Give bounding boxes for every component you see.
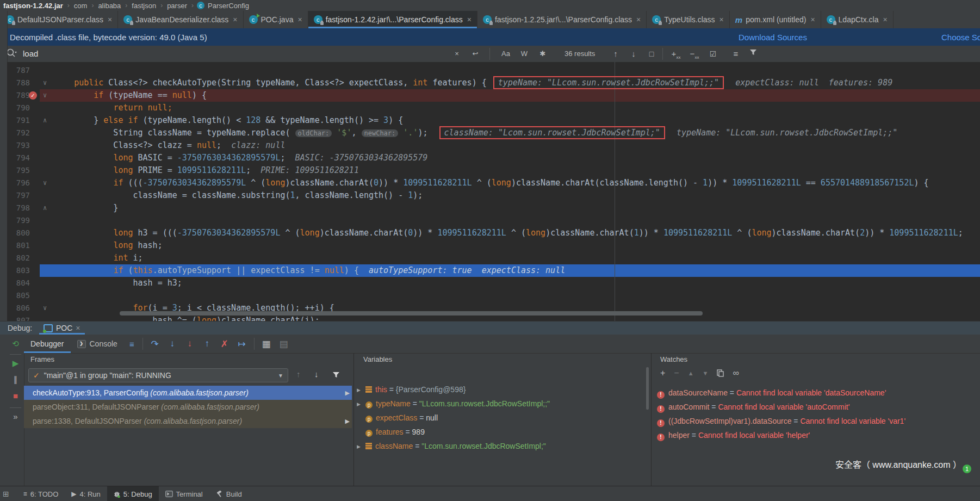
horizontal-scrollbar[interactable] bbox=[120, 311, 703, 316]
stack-frame-row[interactable]: parseObject:311, DefaultJSONParser (com.… bbox=[24, 400, 352, 414]
remove-watch-icon[interactable]: − bbox=[674, 368, 679, 378]
fold-marker-icon[interactable]: ∧ bbox=[43, 114, 47, 127]
close-icon[interactable]: × bbox=[233, 15, 237, 24]
watch-row[interactable]: !helper = Cannot find local variable 'he… bbox=[657, 428, 980, 442]
code-line[interactable]: 798∧ } bbox=[7, 202, 980, 214]
close-icon[interactable]: × bbox=[720, 15, 724, 24]
panel-splitter[interactable] bbox=[353, 353, 354, 486]
variable-row[interactable]: ▶this = {ParserConfig@598} bbox=[357, 382, 645, 397]
code-line[interactable]: 797 className = className.substring(1, c… bbox=[7, 189, 980, 202]
editor-tab[interactable]: mpom.xml (untitled)× bbox=[730, 11, 821, 28]
move-watch-down-icon[interactable]: ▼ bbox=[703, 370, 709, 376]
close-icon[interactable]: × bbox=[76, 324, 80, 332]
evaluate-expression-icon[interactable]: ▦ bbox=[258, 338, 275, 350]
editor-tab[interactable]: cfastjson-1.2.42.jar!\...\ParserConfig.c… bbox=[308, 11, 477, 28]
drop-frame-icon[interactable]: ✗ bbox=[216, 338, 233, 350]
code-line[interactable]: 790 return null; bbox=[7, 102, 980, 114]
add-watch-icon[interactable]: + bbox=[660, 368, 665, 378]
close-icon[interactable]: × bbox=[810, 15, 815, 24]
code-line[interactable]: 801 long hash; bbox=[7, 239, 980, 252]
stack-frame-row[interactable]: checkAutoType:913, ParserConfig (com.ali… bbox=[24, 386, 352, 400]
variable-row[interactable]: pexpectClass = null bbox=[357, 411, 645, 425]
close-icon[interactable]: × bbox=[467, 15, 472, 24]
open-in-find-window-icon[interactable]: □ bbox=[646, 46, 657, 62]
variables-scrollbar[interactable] bbox=[646, 367, 649, 410]
sort-icon[interactable]: ≡ bbox=[730, 46, 742, 62]
download-sources-link[interactable]: Download Sources bbox=[739, 33, 807, 42]
close-icon[interactable]: × bbox=[108, 15, 112, 24]
fold-marker-icon[interactable]: ∨ bbox=[43, 77, 47, 89]
newline-icon[interactable]: ↩ bbox=[470, 46, 481, 62]
duplicate-watch-icon[interactable] bbox=[717, 369, 724, 377]
choose-sources-link[interactable]: Choose Sources bbox=[941, 33, 980, 42]
stack-frame-row[interactable]: parse:1338, DefaultJSONParser (com.aliba… bbox=[24, 414, 352, 428]
breadcrumb-item[interactable]: fastjson-1.2.42.jar bbox=[3, 2, 63, 10]
match-case-icon[interactable]: Aa bbox=[499, 46, 512, 62]
code-line[interactable]: 805 bbox=[7, 289, 980, 302]
close-icon[interactable]: × bbox=[297, 15, 302, 24]
watch-row[interactable]: !dataSourceName = Cannot find local vari… bbox=[657, 386, 980, 400]
code-line[interactable]: 793 Class<?> clazz = null; clazz: null bbox=[7, 139, 980, 152]
code-line[interactable]: 802 int i; bbox=[7, 252, 980, 264]
editor-tab[interactable]: cDefaultJSONParser.class× bbox=[0, 11, 118, 28]
stop-icon[interactable]: ■ bbox=[7, 391, 24, 400]
code-line[interactable]: 799 bbox=[7, 214, 980, 227]
fold-marker-icon[interactable]: ∧ bbox=[43, 202, 47, 214]
breadcrumb-item[interactable]: fastjson bbox=[132, 2, 156, 10]
code-line[interactable]: 803 if (this.autoTypeSupport || expectCl… bbox=[7, 264, 980, 277]
rerun-icon[interactable]: ⟲ bbox=[7, 339, 24, 349]
code-line[interactable]: 796∨ if (((-3750763034362895579L ^ (long… bbox=[7, 177, 980, 189]
variable-row[interactable]: ▶ptypeName = "LLcom.sun.rowset.JdbcRowSe… bbox=[357, 397, 645, 411]
breadcrumb-item[interactable]: com bbox=[74, 2, 88, 10]
expand-icon[interactable]: ▶ bbox=[357, 397, 365, 411]
code-line[interactable]: 794 long BASIC = -3750763034362895579L; … bbox=[7, 152, 980, 164]
remove-occurrence-icon[interactable]: −xx bbox=[689, 46, 700, 62]
code-line[interactable]: 789✓∨ if (typeName == null) { bbox=[7, 89, 980, 102]
expand-icon[interactable]: ▶ bbox=[357, 440, 365, 453]
code-line[interactable]: 800 long h3 = (((-3750763034362895579L ^… bbox=[7, 227, 980, 239]
step-over-icon[interactable]: ↷ bbox=[146, 338, 164, 350]
close-icon[interactable]: × bbox=[636, 15, 641, 24]
move-watch-up-icon[interactable]: ▲ bbox=[688, 370, 694, 376]
step-into-icon[interactable]: ↓ bbox=[164, 338, 181, 349]
code-line[interactable]: 795 long PRIME = 1099511628211L; PRIME: … bbox=[7, 164, 980, 177]
tool-windows-grid-icon[interactable]: ⊞ bbox=[3, 490, 9, 498]
tab-console[interactable]: ❯ Console bbox=[71, 335, 124, 353]
breadcrumb-item[interactable]: ParserConfig bbox=[208, 2, 249, 10]
status-bar-item-terminal[interactable]: Terminal bbox=[159, 486, 209, 501]
run-to-cursor-icon[interactable]: ↦ bbox=[233, 338, 251, 350]
watch-row[interactable]: !autoCommit = Cannot find local variable… bbox=[657, 400, 980, 414]
words-icon[interactable]: W bbox=[518, 46, 531, 62]
expand-icon[interactable]: ▶ bbox=[357, 383, 365, 397]
code-line[interactable]: 788∨ public Class<?> checkAutoType(Strin… bbox=[7, 77, 980, 89]
debug-session-tab[interactable]: POC × bbox=[39, 321, 85, 335]
code-line[interactable]: 792 String className = typeName.replace(… bbox=[7, 127, 980, 139]
force-step-into-icon[interactable]: ↓ bbox=[181, 338, 199, 349]
code-line[interactable]: 791∧ } else if (typeName.length() < 128 … bbox=[7, 114, 980, 127]
code-line[interactable]: 804 hash = h3; bbox=[7, 277, 980, 289]
frame-down-icon[interactable]: ↓ bbox=[314, 369, 319, 379]
breadcrumb-item[interactable]: parser bbox=[167, 2, 187, 10]
thread-dropdown[interactable]: ✓ "main"@1 in group "main": RUNNING ▼ bbox=[28, 368, 288, 382]
regex-icon[interactable]: ✱ bbox=[536, 46, 549, 62]
panel-splitter[interactable] bbox=[651, 353, 652, 486]
prev-occurrence-icon[interactable]: ↑ bbox=[610, 46, 621, 62]
add-occurrence-icon[interactable]: +xx bbox=[670, 46, 682, 62]
search-input[interactable]: load bbox=[23, 46, 38, 62]
select-all-occurrences-icon[interactable]: ☑ bbox=[707, 46, 719, 62]
status-bar-item-todo[interactable]: ≡6: TODO bbox=[17, 486, 65, 501]
editor-tab[interactable]: cTypeUtils.class× bbox=[647, 11, 730, 28]
editor-tab[interactable]: cLdapCtx.cla× bbox=[821, 11, 894, 28]
more-actions-icon[interactable]: » bbox=[7, 412, 24, 421]
status-bar-item-run[interactable]: ▶4: Run bbox=[65, 486, 107, 501]
watch-row[interactable]: !((JdbcRowSetImpl)var1).dataSource = Can… bbox=[657, 414, 980, 428]
editor-tab[interactable]: cfastjson-1.2.25.jar!\...\ParserConfig.c… bbox=[477, 11, 647, 28]
code-editor[interactable]: 787788∨ public Class<?> checkAutoType(St… bbox=[7, 62, 980, 321]
breadcrumb-item[interactable]: alibaba bbox=[98, 2, 121, 10]
fold-marker-icon[interactable]: ∨ bbox=[43, 89, 47, 102]
editor-tab[interactable]: cPOC.java× bbox=[244, 11, 308, 28]
show-watches-in-variables-icon[interactable]: ∞ bbox=[733, 368, 739, 378]
frame-up-icon[interactable]: ↑ bbox=[296, 369, 301, 379]
variable-row[interactable]: ▶className = "Lcom.sun.rowset.JdbcRowSet… bbox=[357, 439, 645, 453]
editor-tab[interactable]: cJavaBeanDeserializer.class× bbox=[118, 11, 243, 28]
